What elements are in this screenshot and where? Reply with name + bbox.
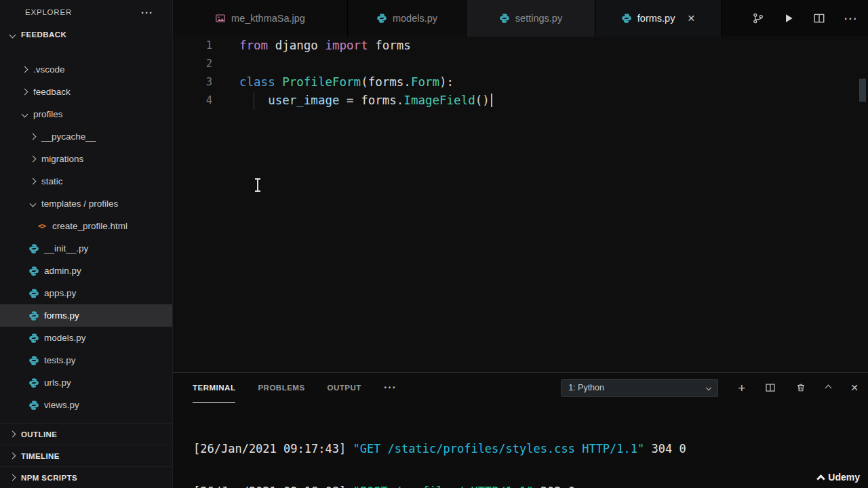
- tree-item-templates-profiles[interactable]: templates / profiles: [0, 192, 172, 215]
- log-request: "POST /profiles/ HTTP/1.1": [353, 485, 533, 488]
- chevron-right-icon: [9, 474, 16, 481]
- more-actions-icon[interactable]: ···: [141, 7, 153, 18]
- tree-item-label: migrations: [41, 154, 83, 164]
- tree-item-admin-py[interactable]: admin.py: [0, 260, 172, 282]
- terminal-log-line: [26/Jan/2021 09:17:43] "GET /static/prof…: [193, 442, 868, 456]
- tab-settings-py[interactable]: settings.py: [467, 0, 595, 37]
- panel-tab-problems[interactable]: PROBLEMS: [258, 373, 304, 403]
- chevron-right-icon: [30, 156, 37, 163]
- tab-label: settings.py: [515, 13, 562, 24]
- tree-item-create-profile-html[interactable]: <> create_profile.html: [0, 215, 172, 237]
- tree-item-migrations[interactable]: migrations: [0, 148, 172, 170]
- sidebar-bottom-sections: OUTLINE TIMELINE NPM SCRIPTS: [0, 423, 172, 488]
- code-content: from django import forms class ProfileFo…: [239, 37, 854, 110]
- tree-item-label: profiles: [33, 109, 63, 119]
- line-number: 2: [173, 55, 218, 73]
- tree-item-urls-py[interactable]: urls.py: [0, 371, 172, 394]
- split-editor-icon[interactable]: [813, 12, 825, 24]
- panel-tab-label: PROBLEMS: [258, 384, 304, 392]
- tab-label: forms.py: [637, 13, 675, 24]
- tree-item-models-py[interactable]: models.py: [0, 327, 172, 349]
- python-file-icon: [28, 310, 39, 321]
- chevron-right-icon: [22, 89, 28, 96]
- code-editor[interactable]: 1 2 3 4 from django import forms class P…: [173, 37, 868, 372]
- chevron-down-icon: [30, 201, 37, 207]
- code-token: (): [475, 94, 490, 107]
- editor-scrollbar[interactable]: [859, 79, 866, 102]
- python-file-icon: [28, 399, 39, 411]
- section-header-timeline[interactable]: TIMELINE: [0, 445, 172, 466]
- section-header-npm-scripts[interactable]: NPM SCRIPTS: [0, 466, 172, 488]
- explorer-sidebar: EXPLORER ··· FEEDBACK .vscode feedback p…: [0, 0, 173, 488]
- close-panel-icon[interactable]: ✕: [850, 382, 859, 393]
- terminal-shell-select[interactable]: 1: Python: [561, 379, 718, 397]
- maximize-panel-icon[interactable]: [826, 386, 831, 390]
- tab-me-kthmasa-jpg[interactable]: me_kthmaSa.jpg: [173, 0, 348, 37]
- code-line-2: [239, 55, 854, 73]
- explorer-title: EXPLORER: [25, 8, 72, 16]
- shell-select-value: 1: Python: [568, 383, 604, 392]
- new-terminal-icon[interactable]: +: [738, 382, 745, 394]
- tree-item-forms-py[interactable]: forms.py: [0, 304, 172, 327]
- more-actions-icon[interactable]: ⋯: [844, 10, 857, 26]
- code-line-3: class ProfileForm(forms.Form):: [239, 73, 854, 92]
- watermark-label: Udemy: [828, 472, 860, 483]
- tree-item-label: tests.py: [44, 355, 76, 365]
- tree-item-label: feedback: [33, 87, 71, 97]
- chevron-right-icon: [9, 453, 16, 460]
- run-button[interactable]: [783, 12, 795, 24]
- tree-item-init-py[interactable]: __init__.py: [0, 237, 172, 260]
- line-number: 4: [173, 92, 218, 110]
- log-status: 302 0: [534, 485, 575, 488]
- tree-item-label: create_profile.html: [52, 221, 127, 231]
- section-label: OUTLINE: [21, 430, 57, 439]
- python-file-icon: [28, 377, 39, 388]
- terminal-output[interactable]: [26/Jan/2021 09:17:43] "GET /static/prof…: [173, 403, 868, 488]
- image-file-icon: [215, 13, 226, 24]
- code-token: forms: [361, 94, 397, 107]
- tree-item-label: templates / profiles: [41, 199, 118, 209]
- tree-item-tests-py[interactable]: tests.py: [0, 349, 172, 371]
- tree-item-pycache[interactable]: __pycache__: [0, 125, 172, 148]
- code-token: from: [239, 39, 275, 52]
- section-label: NPM SCRIPTS: [21, 474, 77, 482]
- split-terminal-icon[interactable]: [765, 382, 776, 393]
- panel-controls: 1: Python + ✕: [561, 379, 868, 397]
- tree-item-apps-py[interactable]: apps.py: [0, 282, 172, 304]
- code-token: (: [361, 75, 368, 89]
- tree-item-static[interactable]: static: [0, 170, 172, 192]
- panel-tab-terminal[interactable]: TERMINAL: [193, 373, 235, 403]
- chevron-up-icon: [825, 384, 832, 391]
- tab-models-py[interactable]: models.py: [348, 0, 467, 37]
- tree-item-vscode[interactable]: .vscode: [0, 58, 172, 81]
- indent-guide: [254, 92, 254, 110]
- tab-forms-py-active[interactable]: forms.py ✕: [595, 0, 722, 37]
- tree-item-profiles[interactable]: profiles: [0, 103, 172, 125]
- code-token: django: [275, 39, 326, 52]
- close-tab-icon[interactable]: ✕: [687, 13, 695, 24]
- branch-icon[interactable]: [752, 12, 764, 24]
- more-panel-tabs-icon[interactable]: ···: [384, 382, 397, 394]
- tree-item-feedback[interactable]: feedback: [0, 81, 172, 103]
- mouse-ibeam-cursor: [257, 180, 258, 190]
- tree-item-label: __pycache__: [41, 131, 96, 142]
- text-caret: [491, 94, 492, 107]
- html-file-icon: <>: [36, 220, 47, 232]
- section-header-feedback[interactable]: FEEDBACK: [0, 24, 172, 45]
- line-number-gutter: 1 2 3 4: [173, 37, 218, 110]
- line-number: 1: [173, 37, 218, 55]
- terminal-panel: TERMINAL PROBLEMS OUTPUT ··· 1: Python +: [173, 372, 868, 488]
- code-token: class: [239, 75, 282, 89]
- python-file-icon: [28, 287, 39, 299]
- tree-item-label: forms.py: [44, 310, 79, 321]
- panel-tab-output[interactable]: OUTPUT: [328, 373, 361, 403]
- chevron-right-icon: [9, 431, 16, 438]
- panel-tab-label: OUTPUT: [328, 384, 361, 392]
- tree-item-label: apps.py: [44, 288, 76, 298]
- python-file-icon: [28, 265, 39, 277]
- section-header-outline[interactable]: OUTLINE: [0, 423, 172, 445]
- tree-item-views-py[interactable]: views.py: [0, 394, 172, 416]
- kill-terminal-icon[interactable]: [795, 382, 806, 393]
- panel-tab-label: TERMINAL: [193, 384, 235, 392]
- log-status: 304 0: [644, 442, 686, 455]
